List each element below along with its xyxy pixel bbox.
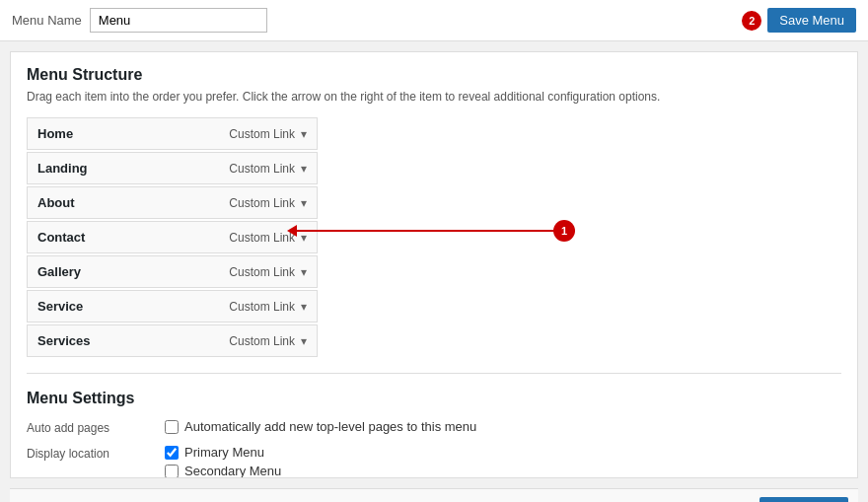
menu-item[interactable]: Services Custom Link ▾ [27,324,318,357]
auto-add-checkbox-row: Automatically add new top-level pages to… [165,419,476,434]
display-location-row: Display location Primary Menu Secondary … [27,445,841,478]
chevron-down-icon[interactable]: ▾ [301,231,307,245]
menu-item-label: Services [37,333,91,348]
location-checkbox[interactable] [165,465,179,478]
menu-name-row: Menu Name [12,8,267,33]
menu-item-label: Contact [37,230,85,245]
menu-settings-section: Menu Settings Auto add pages Automatical… [27,390,841,478]
top-bar: Menu Name 2 Save Menu [0,0,868,41]
menu-structure-section: Menu Structure Drag each item into the o… [27,66,841,357]
menu-settings-title: Menu Settings [27,390,841,407]
location-label: Primary Menu [184,445,264,460]
chevron-down-icon[interactable]: ▾ [301,300,307,314]
menu-item[interactable]: Contact Custom Link ▾ [27,221,318,253]
menu-item[interactable]: Landing Custom Link ▾ [27,152,318,184]
menu-name-input[interactable] [90,8,267,33]
auto-add-checkbox[interactable] [165,420,179,434]
auto-add-checkbox-label: Automatically add new top-level pages to… [184,419,476,434]
top-badge: 2 [742,11,761,31]
arrow-head [287,225,297,237]
location-checkbox-row: Primary Menu [165,445,281,460]
menu-item-type: Custom Link [229,162,295,176]
annotation-badge: 1 [553,220,575,242]
menu-item-label: About [37,195,75,210]
location-label: Secondary Menu [184,464,281,478]
auto-add-label: Auto add pages [27,419,145,435]
chevron-down-icon[interactable]: ▾ [301,162,307,176]
save-menu-button-top[interactable]: Save Menu [767,8,856,33]
location-checkbox-row: Secondary Menu [165,464,281,478]
chevron-down-icon[interactable]: ▾ [301,196,307,210]
auto-add-control: Automatically add new top-level pages to… [165,419,476,434]
settings-table: Auto add pages Automatically add new top… [27,419,841,478]
menu-item-label: Landing [37,161,88,176]
menu-item-label: Service [37,299,83,314]
display-location-control: Primary Menu Secondary Menu Footer Menu [165,445,281,478]
menu-item-type: Custom Link [229,265,295,279]
menu-structure-title: Menu Structure [27,66,841,84]
chevron-down-icon[interactable]: ▾ [301,265,307,279]
divider-1 [27,373,841,374]
bottom-bar: Delete Menu Save Menu [10,488,858,502]
menu-item[interactable]: Service Custom Link ▾ [27,290,318,323]
arrow-line: 1 [297,230,563,232]
menu-items-container: Home Custom Link ▾ Landing Custom Link ▾… [27,117,318,357]
display-location-label: Display location [27,445,145,461]
chevron-down-icon[interactable]: ▾ [301,127,307,141]
menu-item-label: Home [37,126,73,141]
menu-item-type: Custom Link [229,300,295,314]
location-checkbox[interactable] [165,446,179,460]
menu-item-label: Gallery [37,264,81,279]
menu-item[interactable]: Gallery Custom Link ▾ [27,255,318,288]
auto-add-row: Auto add pages Automatically add new top… [27,419,841,435]
arrow-annotation: 1 [297,230,563,232]
save-menu-button-bottom[interactable]: Save Menu [760,497,848,502]
menu-item[interactable]: About Custom Link ▾ [27,186,318,219]
menu-item-type: Custom Link [229,127,295,141]
chevron-down-icon[interactable]: ▾ [301,334,307,348]
menu-structure-desc: Drag each item into the order you prefer… [27,90,841,104]
menu-name-label: Menu Name [12,13,82,28]
menu-item-type: Custom Link [229,231,295,245]
menu-item-type: Custom Link [229,196,295,210]
menu-item[interactable]: Home Custom Link ▾ [27,117,318,150]
main-content: Menu Structure Drag each item into the o… [10,51,858,478]
save-btn-top-row: 2 Save Menu [742,8,856,33]
menu-item-type: Custom Link [229,334,295,348]
